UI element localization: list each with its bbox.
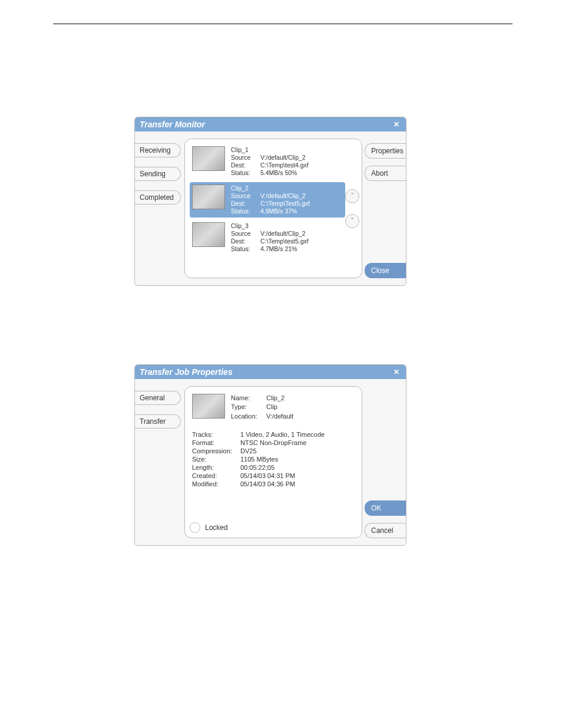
label-compression: Compression: <box>192 447 238 454</box>
tm-clip-list: Clip_1 SourceV:/default/Clip_2 Dest:C:\T… <box>184 139 362 278</box>
value-size: 1105 MBytes <box>240 456 278 463</box>
value-length: 00:05:22;05 <box>240 464 275 471</box>
transfer-job-properties-dialog: Transfer Job Properties ✕ General Transf… <box>134 364 406 546</box>
tm-tabs: Receiving Sending Completed <box>135 131 181 285</box>
label-created: Created: <box>192 472 238 479</box>
list-item[interactable]: Clip_2 SourceV:/default/Clip_2 Dest:C:\T… <box>190 182 345 218</box>
label-status: Status: <box>231 207 257 215</box>
properties-button[interactable]: Properties <box>365 143 406 159</box>
transfer-monitor-titlebar: Transfer Monitor ✕ <box>135 117 406 131</box>
clip-thumbnail <box>192 222 225 247</box>
label-format: Format: <box>192 439 238 446</box>
list-item[interactable]: Clip_3 SourceV:/default/Clip_2 Dest:C:\T… <box>190 220 345 256</box>
value-status: 5.4MB/s 50% <box>260 169 297 177</box>
clip-info: Clip_1 SourceV:/default/Clip_2 Dest:C:\T… <box>231 146 309 177</box>
scroll-controls: ˄ ˅ <box>345 189 359 228</box>
tab-completed[interactable]: Completed <box>135 190 181 205</box>
tjp-properties-list: Tracks:1 Video, 2 Audio, 1 Timecode Form… <box>190 426 345 488</box>
transfer-monitor-title: Transfer Monitor <box>140 120 205 129</box>
label-length: Length: <box>192 464 238 471</box>
value-created: 05/14/03 04:31 PM <box>240 472 295 479</box>
locked-field[interactable]: Locked <box>190 522 228 533</box>
cancel-button[interactable]: Cancel <box>365 523 406 538</box>
clip-info: Clip_3 SourceV:/default/Clip_2 Dest:C:\T… <box>231 222 309 253</box>
value-tracks: 1 Video, 2 Audio, 1 Timecode <box>240 431 325 438</box>
tjp-header: Name:Clip_2 Type:Clip Location:V:/defaul… <box>190 391 345 423</box>
value-status: 4.7MB/s 21% <box>260 245 297 253</box>
label-dest: Dest: <box>231 162 257 169</box>
value-dest: C:\Temp\test4.gxf <box>260 162 309 169</box>
label-status: Status: <box>231 169 257 177</box>
clip-info: Clip_2 SourceV:/default/Clip_2 Dest:C:\T… <box>231 185 310 216</box>
label-dest: Dest: <box>231 200 257 207</box>
close-button[interactable]: Close <box>365 263 406 278</box>
clip-name: Clip_1 <box>231 146 309 154</box>
scroll-up-icon[interactable]: ˄ <box>345 189 359 203</box>
label-type: Type: <box>231 403 264 411</box>
abort-button[interactable]: Abort <box>365 166 406 181</box>
tab-transfer[interactable]: Transfer <box>135 414 181 429</box>
value-type: Clip <box>266 403 277 411</box>
scroll-down-icon[interactable]: ˅ <box>345 214 359 228</box>
tjp-titlebar: Transfer Job Properties ✕ <box>135 365 406 379</box>
tjp-title: Transfer Job Properties <box>140 367 233 377</box>
label-size: Size: <box>192 456 238 463</box>
label-name: Name: <box>231 394 264 403</box>
tjp-actions: OK Cancel <box>366 379 406 545</box>
clip-thumbnail <box>192 146 225 171</box>
label-dest: Dest: <box>231 238 257 245</box>
label-source: Source <box>231 154 257 162</box>
locked-checkbox[interactable] <box>190 522 200 533</box>
tm-actions: Properties Abort Close <box>366 131 406 285</box>
value-modified: 05/14/03 04:36 PM <box>240 480 295 487</box>
label-location: Location: <box>231 412 264 421</box>
label-source: Source <box>231 230 257 238</box>
value-source: V:/default/Clip_2 <box>260 230 306 238</box>
tab-general[interactable]: General <box>135 391 181 405</box>
clip-thumbnail <box>192 185 225 209</box>
value-location: V:/default <box>266 412 293 421</box>
tab-receiving[interactable]: Receiving <box>135 143 181 157</box>
label-modified: Modified: <box>192 480 238 487</box>
value-source: V:/default/Clip_2 <box>260 192 306 200</box>
list-item[interactable]: Clip_1 SourceV:/default/Clip_2 Dest:C:\T… <box>190 144 345 180</box>
clip-thumbnail <box>192 394 225 419</box>
clip-name: Clip_3 <box>231 222 309 230</box>
value-format: NTSC Non-DropFrame <box>240 439 306 446</box>
label-tracks: Tracks: <box>192 431 238 438</box>
value-dest: C:\Temp\test5.gxf <box>260 238 309 245</box>
value-status: 4.9MB/s 37% <box>260 207 297 215</box>
locked-label: Locked <box>205 523 228 532</box>
tjp-content: Name:Clip_2 Type:Clip Location:V:/defaul… <box>184 386 362 538</box>
ok-button[interactable]: OK <box>365 500 406 516</box>
close-icon[interactable]: ✕ <box>392 120 401 129</box>
value-source: V:/default/Clip_2 <box>260 154 306 162</box>
close-icon[interactable]: ✕ <box>392 367 401 377</box>
tjp-header-info: Name:Clip_2 Type:Clip Location:V:/defaul… <box>231 394 293 421</box>
value-dest: C:\Temp\Test5.gxf <box>260 200 310 207</box>
clip-name: Clip_2 <box>231 185 310 192</box>
transfer-monitor-dialog: Transfer Monitor ✕ Receiving Sending Com… <box>134 117 406 286</box>
tab-sending[interactable]: Sending <box>135 167 181 181</box>
horizontal-rule <box>53 24 513 24</box>
tjp-tabs: General Transfer <box>135 379 181 545</box>
label-status: Status: <box>231 245 257 253</box>
value-compression: DV25 <box>240 447 257 454</box>
value-name: Clip_2 <box>266 394 285 403</box>
label-source: Source <box>231 192 257 200</box>
